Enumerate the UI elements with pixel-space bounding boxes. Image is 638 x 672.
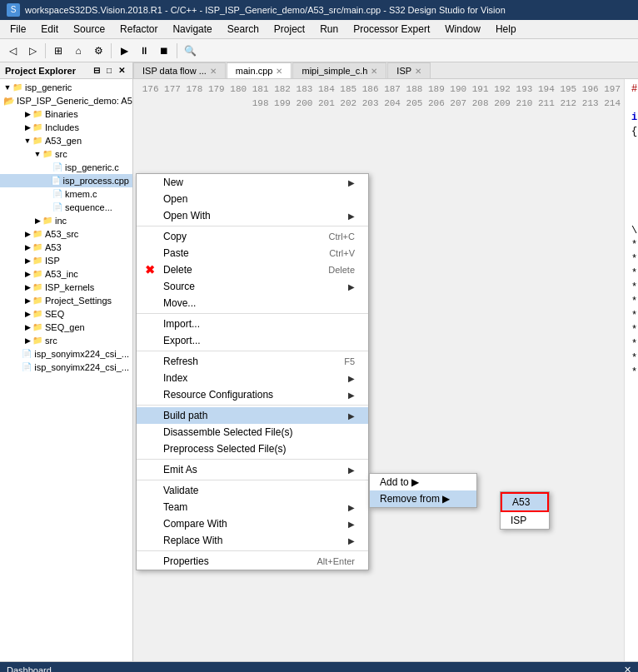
ctx-label-resource-config: Resource Configurations — [163, 389, 323, 401]
ctx-label-preprocess: Preprocess Selected File(s) — [163, 443, 330, 455]
ctx-item-compare-with[interactable]: Compare With▶ — [137, 515, 368, 532]
submenu-removefrom: A53ISP — [500, 491, 550, 530]
ctx-item-copy[interactable]: CopyCtrl+C — [137, 228, 368, 245]
submenu-buildpath: Add to ▶Remove from ▶ — [369, 473, 477, 508]
ctx-item-disassemble[interactable]: Disassemble Selected File(s) — [137, 424, 368, 441]
ctx-sep-16 — [137, 405, 368, 406]
ctx-label-open-with: Open With — [163, 210, 323, 222]
ctx-arrow-index: ▶ — [348, 374, 355, 383]
ctx-item-import[interactable]: Import... — [137, 316, 368, 332]
ctx-label-new: New — [163, 177, 323, 188]
ctx-item-open-with[interactable]: Open With▶ — [137, 207, 368, 224]
bp-arrow-remove-from: ▶ — [442, 493, 450, 505]
ctx-label-move: Move... — [163, 297, 330, 309]
rf-label-isp: ISP — [511, 515, 526, 526]
ctx-arrow-compare-with: ▶ — [348, 520, 355, 529]
ctx-shortcut-copy: Ctrl+C — [329, 231, 355, 241]
ctx-sep-27 — [137, 550, 368, 551]
delete-icon: ✖ — [145, 263, 155, 276]
ctx-item-delete[interactable]: ✖DeleteDelete — [137, 261, 368, 278]
ctx-label-open: Open — [163, 193, 330, 205]
ctx-shortcut-delete: Delete — [328, 265, 355, 275]
ctx-label-import: Import... — [163, 318, 330, 330]
ctx-label-refresh: Refresh — [163, 356, 319, 367]
ctx-item-refresh[interactable]: RefreshF5 — [137, 353, 368, 370]
ctx-item-properties[interactable]: PropertiesAlt+Enter — [137, 553, 368, 570]
ctx-item-preprocess[interactable]: Preprocess Selected File(s) — [137, 441, 368, 457]
ctx-arrow-emit-as: ▶ — [348, 465, 355, 475]
ctx-item-validate[interactable]: Validate — [137, 482, 368, 499]
ctx-item-replace-with[interactable]: Replace With▶ — [137, 532, 368, 549]
ctx-label-build-path: Build path — [163, 410, 323, 421]
ctx-label-validate: Validate — [163, 485, 330, 496]
context-menu: New▶OpenOpen With▶CopyCtrl+CPasteCtrl+V✖… — [136, 173, 369, 570]
ctx-arrow-source: ▶ — [348, 282, 355, 291]
ctx-sep-12 — [137, 351, 368, 351]
ctx-label-emit-as: Emit As — [163, 464, 323, 475]
ctx-label-index: Index — [163, 372, 323, 384]
rf-label-a53: A53 — [512, 496, 530, 508]
ctx-label-compare-with: Compare With — [163, 518, 323, 530]
ctx-arrow-team: ▶ — [348, 503, 355, 512]
ctx-item-source[interactable]: Source▶ — [137, 278, 368, 295]
ctx-item-resource-config[interactable]: Resource Configurations▶ — [137, 386, 368, 403]
ctx-item-build-path[interactable]: Build path▶ — [137, 407, 368, 424]
ctx-arrow-new: ▶ — [348, 178, 355, 187]
ctx-item-paste[interactable]: PasteCtrl+V — [137, 245, 368, 261]
ctx-label-properties: Properties — [163, 555, 292, 567]
buildpath-item-add-to[interactable]: Add to ▶ — [370, 474, 476, 490]
ctx-item-index[interactable]: Index▶ — [137, 370, 368, 386]
removefrom-item-a53[interactable]: A53 — [501, 492, 549, 512]
ctx-label-source: Source — [163, 281, 323, 292]
ctx-sep-22 — [137, 480, 368, 480]
ctx-label-delete: Delete — [163, 264, 303, 276]
ctx-item-export[interactable]: Export... — [137, 332, 368, 349]
bp-label-add-to: Add to — [380, 476, 409, 488]
ctx-label-copy: Copy — [163, 231, 304, 242]
ctx-arrow-open-with: ▶ — [348, 212, 355, 221]
ctx-item-team[interactable]: Team▶ — [137, 499, 368, 515]
ctx-sep-3 — [137, 226, 368, 226]
bp-label-remove-from: Remove from — [380, 493, 440, 505]
ctx-shortcut-paste: Ctrl+V — [329, 248, 355, 258]
ctx-label-disassemble: Disassemble Selected File(s) — [163, 426, 330, 438]
ctx-label-team: Team — [163, 501, 323, 513]
ctx-item-new[interactable]: New▶ — [137, 174, 368, 191]
removefrom-item-isp[interactable]: ISP — [501, 512, 549, 529]
ctx-sep-9 — [137, 313, 368, 314]
ctx-shortcut-refresh: F5 — [344, 356, 355, 366]
ctx-label-paste: Paste — [163, 247, 304, 259]
ctx-arrow-build-path: ▶ — [348, 411, 355, 421]
buildpath-item-remove-from[interactable]: Remove from ▶ — [370, 490, 476, 507]
ctx-sep-20 — [137, 459, 368, 460]
ctx-item-emit-as[interactable]: Emit As▶ — [137, 461, 368, 478]
ctx-item-open[interactable]: Open — [137, 191, 368, 207]
ctx-arrow-replace-with: ▶ — [348, 536, 355, 545]
ctx-shortcut-properties: Alt+Enter — [317, 556, 355, 566]
ctx-arrow-resource-config: ▶ — [348, 391, 355, 400]
ctx-item-move[interactable]: Move... — [137, 295, 368, 311]
bp-arrow-add-to: ▶ — [411, 476, 419, 488]
ctx-label-export: Export... — [163, 335, 330, 346]
ctx-label-replace-with: Replace With — [163, 535, 323, 546]
